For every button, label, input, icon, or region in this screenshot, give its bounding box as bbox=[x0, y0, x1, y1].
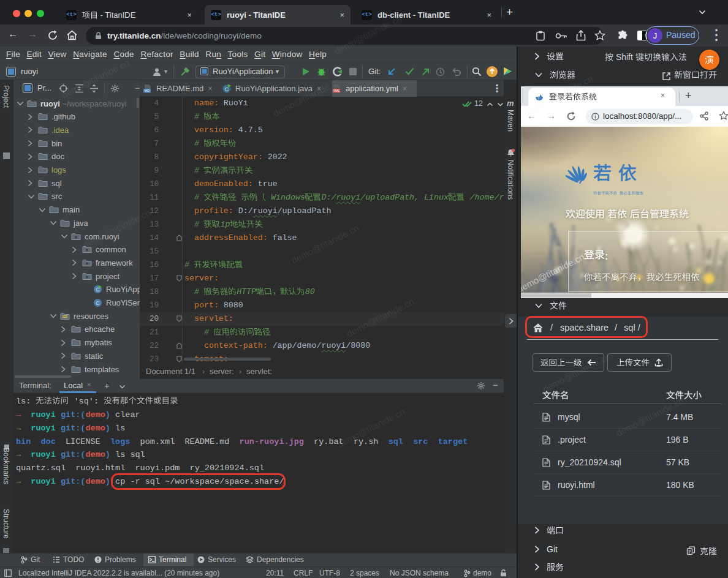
svg-text:YML: YML bbox=[333, 89, 340, 92]
svg-text:MD: MD bbox=[145, 89, 150, 92]
svg-text:C: C bbox=[96, 300, 100, 306]
